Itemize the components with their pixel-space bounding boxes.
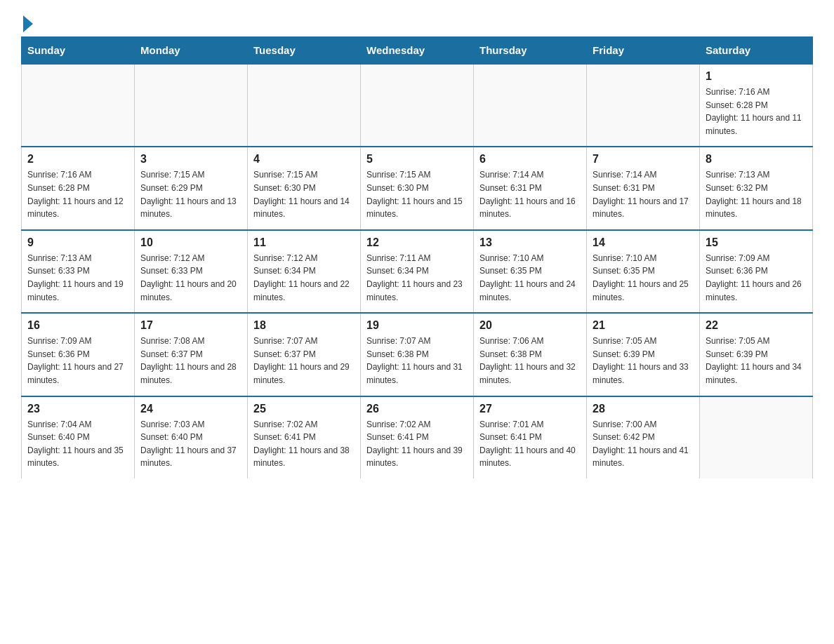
day-info: Sunrise: 7:15 AM Sunset: 6:29 PM Dayligh… — [140, 168, 241, 220]
day-info: Sunrise: 7:09 AM Sunset: 6:36 PM Dayligh… — [706, 252, 807, 304]
week-row-5: 23Sunrise: 7:04 AM Sunset: 6:40 PM Dayli… — [22, 396, 813, 478]
day-info: Sunrise: 7:15 AM Sunset: 6:30 PM Dayligh… — [253, 168, 355, 220]
week-row-3: 9Sunrise: 7:13 AM Sunset: 6:33 PM Daylig… — [22, 230, 813, 313]
day-number: 24 — [140, 403, 241, 415]
calendar-cell: 15Sunrise: 7:09 AM Sunset: 6:36 PM Dayli… — [700, 230, 813, 313]
day-info: Sunrise: 7:05 AM Sunset: 6:39 PM Dayligh… — [593, 335, 694, 387]
day-number: 17 — [140, 319, 241, 332]
calendar-cell: 6Sunrise: 7:14 AM Sunset: 6:31 PM Daylig… — [474, 147, 587, 229]
calendar-cell — [135, 64, 248, 147]
day-number: 15 — [706, 236, 807, 249]
calendar-cell: 21Sunrise: 7:05 AM Sunset: 6:39 PM Dayli… — [587, 313, 700, 396]
day-info: Sunrise: 7:06 AM Sunset: 6:38 PM Dayligh… — [479, 335, 581, 387]
calendar-cell: 5Sunrise: 7:15 AM Sunset: 6:30 PM Daylig… — [361, 147, 474, 229]
day-info: Sunrise: 7:03 AM Sunset: 6:40 PM Dayligh… — [140, 418, 241, 470]
calendar-cell: 16Sunrise: 7:09 AM Sunset: 6:36 PM Dayli… — [22, 313, 135, 396]
calendar-cell: 19Sunrise: 7:07 AM Sunset: 6:38 PM Dayli… — [361, 313, 474, 396]
calendar-cell: 12Sunrise: 7:11 AM Sunset: 6:34 PM Dayli… — [361, 230, 474, 313]
calendar-cell — [700, 396, 813, 478]
day-info: Sunrise: 7:07 AM Sunset: 6:37 PM Dayligh… — [253, 335, 355, 387]
calendar-cell: 14Sunrise: 7:10 AM Sunset: 6:35 PM Dayli… — [587, 230, 700, 313]
day-info: Sunrise: 7:10 AM Sunset: 6:35 PM Dayligh… — [593, 252, 694, 304]
calendar-cell: 28Sunrise: 7:00 AM Sunset: 6:42 PM Dayli… — [587, 396, 700, 478]
day-info: Sunrise: 7:11 AM Sunset: 6:34 PM Dayligh… — [366, 252, 468, 304]
weekday-header-sunday: Sunday — [22, 37, 135, 65]
day-number: 20 — [479, 319, 581, 332]
weekday-header-thursday: Thursday — [474, 37, 587, 65]
day-number: 27 — [479, 403, 581, 415]
calendar-cell: 24Sunrise: 7:03 AM Sunset: 6:40 PM Dayli… — [135, 396, 248, 478]
calendar-cell: 27Sunrise: 7:01 AM Sunset: 6:41 PM Dayli… — [474, 396, 587, 478]
day-info: Sunrise: 7:12 AM Sunset: 6:33 PM Dayligh… — [140, 252, 241, 304]
calendar-cell: 10Sunrise: 7:12 AM Sunset: 6:33 PM Dayli… — [135, 230, 248, 313]
calendar-cell: 25Sunrise: 7:02 AM Sunset: 6:41 PM Dayli… — [248, 396, 361, 478]
day-number: 11 — [253, 236, 355, 249]
calendar-cell: 4Sunrise: 7:15 AM Sunset: 6:30 PM Daylig… — [248, 147, 361, 229]
day-number: 23 — [27, 403, 128, 415]
weekday-header-tuesday: Tuesday — [248, 37, 361, 65]
calendar-cell: 9Sunrise: 7:13 AM Sunset: 6:33 PM Daylig… — [22, 230, 135, 313]
day-number: 6 — [479, 153, 581, 166]
day-info: Sunrise: 7:14 AM Sunset: 6:31 PM Dayligh… — [479, 168, 581, 220]
day-number: 19 — [366, 319, 468, 332]
day-number: 4 — [253, 153, 355, 166]
day-info: Sunrise: 7:14 AM Sunset: 6:31 PM Dayligh… — [593, 168, 694, 220]
day-info: Sunrise: 7:12 AM Sunset: 6:34 PM Dayligh… — [253, 252, 355, 304]
calendar-cell — [474, 64, 587, 147]
day-number: 21 — [593, 319, 694, 332]
calendar-cell: 22Sunrise: 7:05 AM Sunset: 6:39 PM Dayli… — [700, 313, 813, 396]
calendar-cell: 23Sunrise: 7:04 AM Sunset: 6:40 PM Dayli… — [22, 396, 135, 478]
calendar-cell: 3Sunrise: 7:15 AM Sunset: 6:29 PM Daylig… — [135, 147, 248, 229]
calendar-cell — [587, 64, 700, 147]
week-row-4: 16Sunrise: 7:09 AM Sunset: 6:36 PM Dayli… — [22, 313, 813, 396]
day-number: 7 — [593, 153, 694, 166]
calendar-table: SundayMondayTuesdayWednesdayThursdayFrid… — [21, 36, 813, 478]
weekday-header-monday: Monday — [135, 37, 248, 65]
day-number: 1 — [706, 70, 807, 83]
calendar-cell: 8Sunrise: 7:13 AM Sunset: 6:32 PM Daylig… — [700, 147, 813, 229]
day-number: 18 — [253, 319, 355, 332]
calendar-cell: 7Sunrise: 7:14 AM Sunset: 6:31 PM Daylig… — [587, 147, 700, 229]
day-number: 3 — [140, 153, 241, 166]
calendar-cell: 11Sunrise: 7:12 AM Sunset: 6:34 PM Dayli… — [248, 230, 361, 313]
day-info: Sunrise: 7:13 AM Sunset: 6:33 PM Dayligh… — [27, 252, 128, 304]
weekday-header-saturday: Saturday — [700, 37, 813, 65]
day-info: Sunrise: 7:07 AM Sunset: 6:38 PM Dayligh… — [366, 335, 468, 387]
day-info: Sunrise: 7:15 AM Sunset: 6:30 PM Dayligh… — [366, 168, 468, 220]
day-number: 28 — [593, 403, 694, 415]
day-number: 13 — [479, 236, 581, 249]
weekday-header-friday: Friday — [587, 37, 700, 65]
logo — [21, 14, 33, 29]
calendar-cell — [248, 64, 361, 147]
week-row-1: 1Sunrise: 7:16 AM Sunset: 6:28 PM Daylig… — [22, 64, 813, 147]
day-number: 12 — [366, 236, 468, 249]
calendar-cell: 26Sunrise: 7:02 AM Sunset: 6:41 PM Dayli… — [361, 396, 474, 478]
day-info: Sunrise: 7:02 AM Sunset: 6:41 PM Dayligh… — [253, 418, 355, 470]
calendar-cell: 1Sunrise: 7:16 AM Sunset: 6:28 PM Daylig… — [700, 64, 813, 147]
day-info: Sunrise: 7:16 AM Sunset: 6:28 PM Dayligh… — [27, 168, 128, 220]
day-number: 10 — [140, 236, 241, 249]
calendar-cell: 2Sunrise: 7:16 AM Sunset: 6:28 PM Daylig… — [22, 147, 135, 229]
page-header — [21, 14, 813, 29]
day-info: Sunrise: 7:16 AM Sunset: 6:28 PM Dayligh… — [706, 86, 807, 137]
day-number: 9 — [27, 236, 128, 249]
calendar-cell: 13Sunrise: 7:10 AM Sunset: 6:35 PM Dayli… — [474, 230, 587, 313]
day-info: Sunrise: 7:10 AM Sunset: 6:35 PM Dayligh… — [479, 252, 581, 304]
day-info: Sunrise: 7:00 AM Sunset: 6:42 PM Dayligh… — [593, 418, 694, 470]
day-info: Sunrise: 7:02 AM Sunset: 6:41 PM Dayligh… — [366, 418, 468, 470]
week-row-2: 2Sunrise: 7:16 AM Sunset: 6:28 PM Daylig… — [22, 147, 813, 229]
day-number: 22 — [706, 319, 807, 332]
day-number: 8 — [706, 153, 807, 166]
day-info: Sunrise: 7:08 AM Sunset: 6:37 PM Dayligh… — [140, 335, 241, 387]
calendar-cell — [22, 64, 135, 147]
day-info: Sunrise: 7:05 AM Sunset: 6:39 PM Dayligh… — [706, 335, 807, 387]
day-info: Sunrise: 7:13 AM Sunset: 6:32 PM Dayligh… — [706, 168, 807, 220]
day-number: 25 — [253, 403, 355, 415]
day-number: 26 — [366, 403, 468, 415]
day-info: Sunrise: 7:09 AM Sunset: 6:36 PM Dayligh… — [27, 335, 128, 387]
day-number: 5 — [366, 153, 468, 166]
weekday-header-row: SundayMondayTuesdayWednesdayThursdayFrid… — [22, 37, 813, 65]
logo-arrow-icon — [23, 15, 33, 32]
day-info: Sunrise: 7:04 AM Sunset: 6:40 PM Dayligh… — [27, 418, 128, 470]
day-number: 16 — [27, 319, 128, 332]
